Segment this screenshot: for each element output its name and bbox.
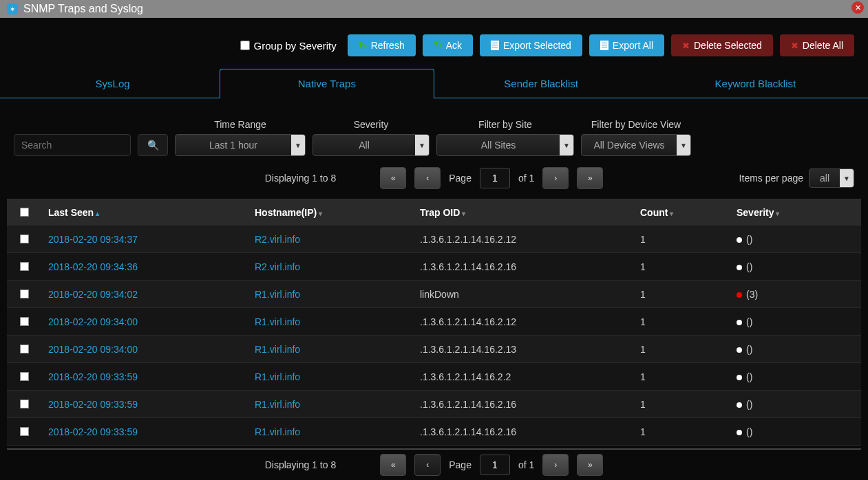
severity-cell: () — [730, 344, 861, 355]
items-per-page-label: Items per page — [739, 173, 803, 184]
site-value: All Sites — [437, 140, 560, 151]
first-page-button[interactable]: « — [380, 167, 406, 189]
tab-syslog[interactable]: SysLog — [6, 69, 220, 98]
hostname-link[interactable]: R1.virl.info — [255, 399, 300, 410]
severity-select[interactable]: All ▼ — [313, 134, 430, 156]
severity-cell: () — [730, 371, 861, 382]
page-input[interactable] — [480, 168, 510, 188]
ack-button[interactable]: Ack — [423, 34, 473, 56]
last-seen-link[interactable]: 2018-02-20 09:34:00 — [48, 316, 138, 327]
group-by-severity-checkbox[interactable] — [240, 41, 250, 50]
row-checkbox[interactable] — [20, 427, 29, 436]
severity-dot-icon — [737, 292, 742, 298]
last-seen-link[interactable]: 2018-02-20 09:34:36 — [48, 261, 138, 272]
hostname-link[interactable]: R1.virl.info — [255, 344, 300, 355]
file-icon — [600, 41, 608, 50]
trap-oid-cell: .1.3.6.1.2.1.14.16.2.16 — [413, 399, 633, 410]
table-row[interactable]: 2018-02-20 09:34:37R2.virl.info.1.3.6.1.… — [7, 226, 861, 253]
tab-native-traps[interactable]: Native Traps — [220, 69, 434, 98]
table-row[interactable]: 2018-02-20 09:34:36R2.virl.info.1.3.6.1.… — [7, 253, 861, 281]
table-row[interactable]: 2018-02-20 09:33:59R1.virl.info.1.3.6.1.… — [7, 418, 861, 446]
table-row[interactable]: 2018-02-20 09:34:00R1.virl.info.1.3.6.1.… — [7, 308, 861, 336]
next-page-button[interactable]: › — [542, 454, 569, 476]
prev-page-button[interactable]: ‹ — [414, 454, 441, 476]
tab-keyword-blacklist[interactable]: Keyword Blacklist — [648, 69, 862, 98]
export-selected-label: Export Selected — [503, 40, 571, 51]
window-titlebar: ✶ SNMP Traps and Syslog ✕ — [0, 0, 868, 18]
last-page-button[interactable]: » — [577, 454, 603, 476]
search-icon: 🔍 — [147, 140, 159, 151]
displaying-text: Displaying 1 to 8 — [265, 173, 337, 184]
ack-label: Ack — [446, 40, 462, 51]
table-row[interactable]: 2018-02-20 09:34:02R1.virl.infolinkDown1… — [7, 281, 861, 308]
delete-icon — [682, 40, 690, 51]
severity-dot-icon — [737, 402, 742, 408]
last-seen-link[interactable]: 2018-02-20 09:34:00 — [48, 344, 138, 355]
ack-icon — [434, 40, 442, 51]
delete-selected-label: Delete Selected — [694, 40, 762, 51]
hostname-link[interactable]: R2.virl.info — [255, 234, 300, 245]
last-seen-link[interactable]: 2018-02-20 09:33:59 — [48, 399, 138, 410]
table-row[interactable]: 2018-02-20 09:33:59R1.virl.info.1.3.6.1.… — [7, 363, 861, 391]
devview-select[interactable]: All Device Views ▼ — [581, 134, 691, 156]
col-severity[interactable]: Severity — [730, 207, 861, 218]
col-last-seen[interactable]: Last Seen — [41, 207, 248, 218]
col-hostname[interactable]: Hostname(IP) — [248, 207, 413, 218]
first-page-button[interactable]: « — [380, 454, 406, 476]
row-checkbox[interactable] — [20, 372, 29, 381]
delete-all-button[interactable]: Delete All — [780, 34, 854, 56]
row-checkbox[interactable] — [20, 317, 29, 326]
col-count[interactable]: Count — [633, 207, 730, 218]
hostname-link[interactable]: R1.virl.info — [255, 426, 300, 437]
trap-oid-cell: .1.3.6.1.2.1.14.16.2.2 — [413, 371, 633, 382]
table-row[interactable]: 2018-02-20 09:33:59R1.virl.info.1.3.6.1.… — [7, 391, 861, 418]
page-input[interactable] — [480, 455, 510, 475]
hostname-link[interactable]: R2.virl.info — [255, 261, 300, 272]
close-button[interactable]: ✕ — [851, 1, 864, 14]
hostname-link[interactable]: R1.virl.info — [255, 371, 300, 382]
trap-oid-cell: .1.3.6.1.2.1.14.16.2.16 — [413, 261, 633, 272]
select-all-checkbox[interactable] — [20, 208, 29, 217]
export-all-button[interactable]: Export All — [589, 34, 664, 56]
last-seen-link[interactable]: 2018-02-20 09:34:02 — [48, 289, 138, 300]
last-seen-link[interactable]: 2018-02-20 09:34:37 — [48, 234, 138, 245]
count-cell: 1 — [633, 344, 730, 355]
traps-table: Last Seen Hostname(IP) Trap OID Count Se… — [7, 199, 861, 446]
row-checkbox[interactable] — [20, 234, 29, 243]
table-row[interactable]: 2018-02-20 09:34:00R1.virl.info.1.3.6.1.… — [7, 336, 861, 363]
last-page-button[interactable]: » — [577, 167, 603, 189]
hostname-link[interactable]: R1.virl.info — [255, 316, 300, 327]
row-checkbox[interactable] — [20, 262, 29, 271]
site-select[interactable]: All Sites ▼ — [436, 134, 574, 156]
row-checkbox[interactable] — [20, 400, 29, 408]
col-trap-oid[interactable]: Trap OID — [413, 207, 633, 218]
row-checkbox[interactable] — [20, 345, 29, 353]
severity-cell: () — [730, 399, 861, 410]
row-checkbox[interactable] — [20, 290, 29, 298]
hostname-link[interactable]: R1.virl.info — [255, 289, 300, 300]
delete-selected-button[interactable]: Delete Selected — [671, 34, 773, 56]
search-button[interactable]: 🔍 — [138, 134, 168, 156]
table-header: Last Seen Hostname(IP) Trap OID Count Se… — [7, 199, 861, 226]
refresh-button[interactable]: Refresh — [348, 34, 416, 56]
page-label: Page — [449, 173, 472, 184]
last-seen-link[interactable]: 2018-02-20 09:33:59 — [48, 426, 138, 437]
count-cell: 1 — [633, 371, 730, 382]
group-by-severity-toggle[interactable]: Group by Severity — [240, 40, 337, 52]
trap-oid-cell: .1.3.6.1.2.1.14.16.2.12 — [413, 316, 633, 327]
severity-value: All — [313, 140, 415, 151]
next-page-button[interactable]: › — [542, 167, 569, 189]
severity-cell: () — [730, 316, 861, 327]
items-per-page-select[interactable]: all ▼ — [809, 168, 854, 188]
search-input[interactable] — [14, 134, 131, 156]
last-seen-link[interactable]: 2018-02-20 09:33:59 — [48, 371, 138, 382]
tab-sender-blacklist[interactable]: Sender Blacklist — [434, 69, 648, 98]
prev-page-button[interactable]: ‹ — [414, 167, 441, 189]
severity-dot-icon — [737, 265, 742, 270]
trap-oid-cell: linkDown — [413, 289, 633, 300]
time-range-select[interactable]: Last 1 hour ▼ — [175, 134, 306, 156]
trap-oid-cell: .1.3.6.1.2.1.14.16.2.13 — [413, 344, 633, 355]
refresh-icon — [359, 40, 367, 51]
action-toolbar: Group by Severity Refresh Ack Export Sel… — [0, 18, 868, 66]
export-selected-button[interactable]: Export Selected — [480, 34, 582, 56]
